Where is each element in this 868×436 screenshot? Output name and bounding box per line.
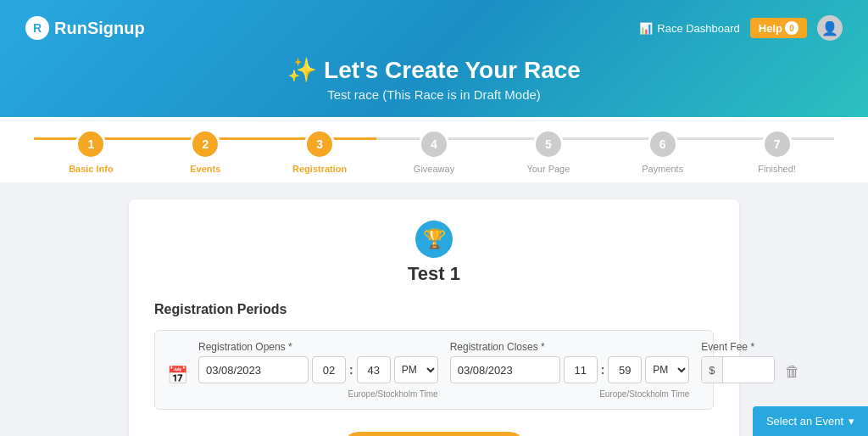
- period-fields: Registration Opens * : AM PM Europe/Stoc…: [198, 341, 775, 399]
- event-fee-group: Event Fee * $: [701, 341, 774, 383]
- opens-label: Registration Opens *: [198, 341, 438, 353]
- opens-timezone: Europe/Stockholm Time: [198, 389, 438, 399]
- period-row: 📅 Registration Opens * : AM PM: [154, 330, 714, 410]
- step-4[interactable]: 4 Giveaway: [377, 117, 492, 182]
- logo[interactable]: R RunSignup: [25, 16, 145, 40]
- step-7[interactable]: 7 Finished!: [720, 117, 834, 182]
- opens-field-group: Registration Opens * : AM PM Europe/Stoc…: [198, 341, 438, 399]
- closes-field-group: Registration Closes * : AM PM Europe/Sto…: [450, 341, 690, 399]
- closes-field-row: : AM PM: [450, 356, 690, 383]
- step-label-4: Giveaway: [414, 164, 454, 174]
- step-3[interactable]: 3 Registration: [263, 117, 377, 182]
- step-label-3: Registration: [292, 164, 347, 174]
- steps-bar: 1 Basic Info 2 Events 3 Registration 4 G…: [0, 117, 868, 182]
- closes-label: Registration Closes *: [450, 341, 690, 353]
- calendar-icon: 📅: [167, 365, 188, 385]
- closes-colon: :: [601, 363, 605, 377]
- event-name: Test 1: [408, 263, 460, 285]
- closes-timezone: Europe/Stockholm Time: [450, 389, 690, 399]
- step-circle-2: 2: [190, 129, 220, 159]
- step-label-5: Your Page: [526, 164, 570, 174]
- wand-icon: ✨: [287, 56, 317, 84]
- step-1[interactable]: 1 Basic Info: [34, 117, 148, 182]
- fee-prefix: $: [702, 357, 722, 383]
- section-title: Registration Periods: [154, 302, 714, 317]
- closes-ampm-select[interactable]: AM PM: [645, 356, 689, 383]
- race-dashboard-link[interactable]: 📊 Race Dashboard: [639, 22, 740, 35]
- step-5[interactable]: 5 Your Page: [491, 117, 605, 182]
- select-event-button[interactable]: Select an Event ▾: [753, 406, 868, 436]
- page-title: Let's Create Your Race: [324, 57, 581, 84]
- avatar[interactable]: 👤: [817, 15, 843, 41]
- step-label-6: Payments: [642, 164, 683, 174]
- step-circle-4: 4: [419, 129, 449, 159]
- opens-field-row: : AM PM: [198, 356, 438, 383]
- step-circle-5: 5: [533, 129, 564, 159]
- help-badge: 0: [785, 21, 798, 35]
- page-header: R RunSignup 📊 Race Dashboard Help 0 👤 ✨ …: [0, 0, 868, 117]
- step-circle-1: 1: [75, 129, 106, 159]
- opens-ampm-select[interactable]: AM PM: [394, 356, 438, 383]
- chevron-down-icon: ▾: [849, 415, 854, 428]
- fee-label: Event Fee *: [701, 341, 774, 353]
- opens-colon: :: [349, 363, 353, 377]
- header-title-block: ✨ Let's Create Your Race Test race (This…: [25, 56, 843, 117]
- steps-container: 1 Basic Info 2 Events 3 Registration 4 G…: [34, 117, 834, 182]
- add-period-button[interactable]: + Add Another Period: [342, 432, 526, 436]
- main-content: 🏆 Test 1 Registration Periods 📅 Registra…: [0, 182, 868, 436]
- event-header: 🏆 Test 1: [154, 221, 714, 285]
- step-6[interactable]: 6 Payments: [605, 117, 720, 182]
- closes-minute-input[interactable]: [608, 356, 642, 383]
- trophy-icon: 🏆: [415, 221, 453, 258]
- step-label-2: Events: [190, 164, 220, 174]
- opens-date-input[interactable]: [198, 356, 309, 383]
- help-button[interactable]: Help 0: [750, 18, 807, 38]
- page-subtitle: Test race (This Race is in Draft Mode): [25, 87, 843, 102]
- fee-input[interactable]: [723, 357, 774, 383]
- delete-period-button[interactable]: 🗑: [785, 363, 800, 381]
- select-event-label: Select an Event: [766, 415, 843, 428]
- opens-hour-input[interactable]: [312, 356, 346, 383]
- add-period-container: + Add Another Period: [154, 423, 714, 436]
- chart-icon: 📊: [639, 22, 653, 35]
- step-label-7: Finished!: [758, 164, 796, 174]
- step-circle-6: 6: [648, 129, 678, 159]
- logo-text: RunSignup: [54, 19, 145, 38]
- step-2[interactable]: 2 Events: [148, 117, 263, 182]
- header-nav: 📊 Race Dashboard Help 0 👤: [639, 15, 843, 41]
- logo-icon: R: [25, 16, 49, 40]
- closes-hour-input[interactable]: [564, 356, 598, 383]
- step-circle-3: 3: [304, 129, 335, 159]
- step-label-1: Basic Info: [69, 164, 114, 174]
- registration-card: 🏆 Test 1 Registration Periods 📅 Registra…: [129, 199, 739, 436]
- closes-date-input[interactable]: [450, 356, 560, 383]
- opens-minute-input[interactable]: [357, 356, 391, 383]
- fee-input-wrap: $: [701, 356, 774, 383]
- step-circle-7: 7: [762, 129, 793, 159]
